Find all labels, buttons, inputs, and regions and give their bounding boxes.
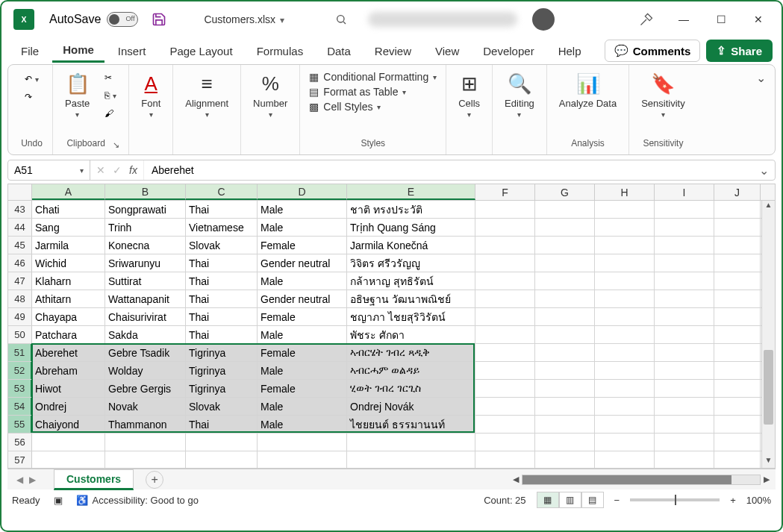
macro-icon[interactable]: ▣ [54,495,63,506]
cell[interactable] [595,254,655,272]
cell[interactable]: Wattanapanit [105,290,186,307]
row-header-56[interactable]: 56 [8,434,32,451]
add-sheet-button[interactable]: + [146,471,163,489]
horizontal-scroll-thumb[interactable] [522,475,731,484]
sheet-next-icon[interactable]: ▶ [29,475,36,485]
cell[interactable] [475,451,535,468]
cell[interactable] [535,380,595,397]
cell[interactable] [475,416,535,433]
cell[interactable]: ชญาภา ไชยสุริวิรัตน์ [347,308,475,325]
cell[interactable]: Sang [32,219,105,236]
cell[interactable] [655,326,714,343]
cell[interactable] [535,416,595,433]
cell[interactable] [475,201,535,218]
sheet-tab-customers[interactable]: Customers [54,469,134,490]
zoom-in-button[interactable]: + [730,495,736,506]
fx-icon[interactable]: fx [129,164,137,176]
cell[interactable]: Chaiyond [32,416,105,433]
cell[interactable] [186,434,258,451]
formula-input[interactable]: Aberehet [144,164,753,176]
name-box[interactable]: A51 ▾ [8,160,90,180]
cell[interactable] [535,237,595,254]
ribbon-collapse-button[interactable]: ⌄ [750,65,772,154]
number-button[interactable]: % Number ▾ [247,68,293,122]
cell[interactable] [32,451,105,468]
cell[interactable]: Tigrinya [186,344,258,361]
cell[interactable] [535,398,595,415]
cell[interactable]: Male [258,272,347,290]
cell-styles-button[interactable]: ▩Cell Styles▾ [309,101,437,113]
conditional-formatting-button[interactable]: ▦Conditional Formatting▾ [309,71,437,83]
tab-review[interactable]: Review [364,40,422,62]
vertical-scrollbar[interactable]: ▲ ▼ [761,201,775,468]
cell[interactable] [475,398,535,415]
cell[interactable]: Thai [186,308,258,325]
accessibility-status[interactable]: ♿ Accessibility: Good to go [76,495,199,506]
cut-button[interactable]: ✂ [102,71,119,84]
tab-developer[interactable]: Developer [472,40,544,62]
cell[interactable] [595,398,655,415]
cell[interactable]: Aberehet [32,344,105,361]
cell[interactable] [475,237,535,254]
cell[interactable] [714,398,761,415]
cell[interactable]: Chaisurivirat [105,308,186,325]
cell[interactable] [714,237,761,254]
scroll-up-icon[interactable]: ▲ [762,201,775,213]
comments-button[interactable]: 💬 Comments [605,40,701,62]
column-header-B[interactable]: B [105,184,186,200]
cell[interactable]: วิจิตร ศรีวรัญญู [347,254,475,272]
tab-view[interactable]: View [425,40,470,62]
cell[interactable] [714,451,761,468]
cell[interactable]: Sriwarunyu [105,254,186,272]
cell[interactable] [595,380,655,397]
cell[interactable]: Thai [186,272,258,290]
cell[interactable]: Male [258,201,347,218]
worksheet-grid[interactable]: ABCDEFGHIJ 43ChatiSongprawatiThaiMaleชาต… [7,184,776,469]
cell[interactable]: Ondrej [32,398,105,415]
cell[interactable] [714,254,761,272]
format-as-table-button[interactable]: ▤Format as Table▾ [309,86,437,98]
zoom-out-button[interactable]: − [614,495,620,506]
cell[interactable] [655,308,714,325]
row-header-50[interactable]: 50 [8,326,32,343]
cell[interactable]: Thai [186,254,258,272]
cell[interactable] [655,219,714,236]
row-header-46[interactable]: 46 [8,254,32,272]
cell[interactable]: พัชระ ศักดา [347,326,475,343]
enter-icon[interactable]: ✓ [113,164,122,176]
row-header-45[interactable]: 45 [8,237,32,254]
cell[interactable]: Gender neutral [258,254,347,272]
cell[interactable] [714,434,761,451]
cell[interactable]: Jarmila [32,237,105,254]
row-header-49[interactable]: 49 [8,308,32,325]
cell[interactable]: Wichid [32,254,105,272]
filename[interactable]: Customers.xlsx▾ [204,13,284,25]
cell[interactable] [186,451,258,468]
page-break-view-button[interactable]: ▤ [581,492,604,508]
cell[interactable] [595,362,655,379]
cell[interactable] [714,290,761,307]
zoom-level[interactable]: 100% [746,495,771,506]
tab-page-layout[interactable]: Page Layout [159,40,243,62]
cell[interactable]: Wolday [105,362,186,379]
cell[interactable]: Gebre Gergis [105,380,186,397]
row-header-43[interactable]: 43 [8,201,32,218]
cell[interactable] [595,237,655,254]
cell[interactable]: ኣብርሄት ገብረ ጻዲቅ [347,344,475,361]
sheet-prev-icon[interactable]: ◀ [16,475,23,485]
cell[interactable]: Chayapa [32,308,105,325]
cell[interactable] [714,380,761,397]
cells-button[interactable]: ⊞ Cells ▾ [452,68,486,122]
alignment-button[interactable]: ≡ Alignment ▾ [179,68,234,122]
cell[interactable]: ไชยยนต์ ธรรมานนท์ [347,416,475,433]
cell[interactable] [655,434,714,451]
cell[interactable] [655,451,714,468]
cell[interactable]: Slovak [186,398,258,415]
maximize-button[interactable]: ☐ [704,4,738,34]
cell[interactable]: Male [258,398,347,415]
cell[interactable]: Songprawati [105,201,186,218]
cell[interactable]: Sakda [105,326,186,343]
cell[interactable] [535,344,595,361]
column-header-D[interactable]: D [258,184,347,200]
vertical-scroll-thumb[interactable] [764,350,773,425]
